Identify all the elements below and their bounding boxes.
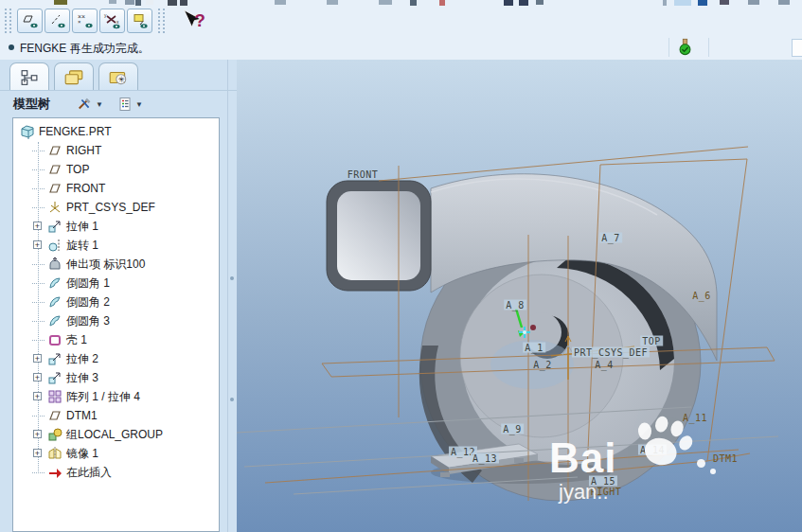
tree-display-options-button[interactable]: ▼	[116, 97, 143, 112]
expand-toggle[interactable]: +	[33, 373, 42, 381]
datum-label[interactable]: A_2	[533, 360, 552, 370]
tree-item[interactable]: FENGKE.PRT	[13, 122, 219, 141]
insert-here-icon	[47, 465, 62, 480]
svg-text:✳: ✳	[118, 75, 125, 84]
tree-connector-stub	[32, 141, 45, 160]
expand-toggle[interactable]: +	[33, 449, 42, 457]
tree-connector-stub	[32, 330, 45, 349]
tree-item-label: RIGHT	[66, 144, 101, 157]
tree-item[interactable]: +旋转 1	[13, 236, 219, 255]
expand-toggle[interactable]: +	[33, 392, 42, 400]
tree-item-label: 倒圆角 3	[66, 313, 110, 329]
folders-icon	[63, 69, 84, 86]
datum-label[interactable]: A_8	[504, 300, 526, 310]
tree-item[interactable]: 倒圆角 3	[13, 311, 219, 330]
datum-label[interactable]: PRT_CSYS_DEF	[572, 347, 650, 358]
tree-item[interactable]: 倒圆角 2	[13, 293, 219, 311]
datum-label[interactable]: RIGHT	[591, 487, 622, 497]
datum-label[interactable]: A_6	[692, 291, 711, 301]
folder-browser-tab[interactable]	[54, 62, 94, 91]
datum-label[interactable]: FRONT	[348, 169, 379, 180]
csys-eye-icon: yx	[103, 12, 122, 29]
svg-text:×: ×	[78, 19, 81, 25]
tree-item[interactable]: 壳 1	[13, 330, 219, 349]
tree-item-label: 壳 1	[66, 332, 87, 348]
tree-item-label: 在此插入	[66, 465, 112, 481]
tree-item[interactable]: RIGHT	[13, 141, 219, 160]
tree-item[interactable]: +组LOCAL_GROUP	[13, 425, 219, 444]
expand-slot: +	[32, 425, 45, 444]
splitter-dot	[230, 398, 234, 401]
tree-item-label: 旋转 1	[66, 238, 98, 254]
panel-splitter[interactable]	[220, 60, 237, 532]
toolbar-grip[interactable]	[5, 9, 11, 33]
mirror-icon	[47, 446, 62, 461]
csys-display-button[interactable]: yx	[99, 9, 125, 33]
model-tree-tab[interactable]	[9, 62, 49, 91]
datum-plane-display-button[interactable]	[17, 9, 43, 33]
datum-label[interactable]: DTM1	[713, 453, 738, 464]
clipped-icon-fragment	[379, 0, 392, 5]
tree-item[interactable]: +拉伸 1	[13, 217, 219, 236]
datum-label[interactable]: A_15	[589, 476, 617, 487]
expand-toggle[interactable]: +	[33, 430, 42, 438]
navigator-tabs: ✳	[9, 62, 143, 91]
tree-item[interactable]: DTM1	[13, 406, 219, 425]
tree-settings-button[interactable]: ▼	[77, 97, 103, 112]
graphics-area[interactable]: FRONTA_7A_6A_8TOPA_1PRT_CSYS_DEFA_2A_4A_…	[237, 60, 802, 532]
tree-item-label: 拉伸 1	[66, 219, 98, 235]
tree-item[interactable]: +拉伸 3	[13, 368, 219, 387]
plane-icon	[47, 408, 62, 423]
navigator-panel: ✳ 模型树 ▼ ▼ FENGKE.PRTRIGHTTOPFRONTPRT_CSY…	[0, 60, 237, 532]
tree-item[interactable]: FRONT	[13, 179, 219, 198]
tree-item[interactable]: +拉伸 2	[13, 349, 219, 368]
axis-eye-icon	[48, 12, 67, 29]
datum-label[interactable]: A_11	[683, 413, 707, 423]
clipped-icon-fragment	[275, 0, 286, 5]
point-display-button[interactable]: ×××	[72, 9, 98, 33]
datum-axis-display-button[interactable]	[45, 9, 70, 33]
favorites-tab[interactable]: ✳	[98, 62, 138, 91]
expand-slot: +	[32, 387, 45, 406]
expand-toggle[interactable]: +	[33, 240, 42, 249]
expand-toggle[interactable]: +	[33, 354, 42, 363]
tree-item[interactable]: 倒圆角 1	[13, 274, 219, 293]
clipped-icon-fragment	[146, 0, 153, 5]
tree-item-label: FENGKE.PRT	[39, 125, 111, 138]
tree-item[interactable]: +阵列 1 / 拉伸 4	[13, 387, 219, 406]
datum-label[interactable]: A_1	[523, 343, 545, 353]
tree-connector-stub	[32, 293, 45, 311]
toolbar-grip-2[interactable]	[158, 9, 165, 33]
tree-item[interactable]: 在此插入	[13, 463, 219, 482]
svg-text:y: y	[104, 12, 107, 18]
datum-toggle-group: ×××yx	[16, 9, 153, 33]
plane-icon	[47, 143, 62, 158]
expand-toggle[interactable]: +	[33, 222, 42, 230]
pattern-icon	[47, 389, 62, 404]
annotation-display-button[interactable]	[127, 9, 152, 33]
datum-label[interactable]: A_4	[595, 360, 614, 370]
part-icon	[20, 124, 35, 139]
tree-item-label: PRT_CSYS_DEF	[66, 201, 155, 214]
list-page-icon	[116, 97, 134, 112]
tree-item[interactable]: 伸出项 标识100	[13, 255, 219, 274]
extrude-icon	[47, 219, 62, 234]
round-icon	[47, 313, 62, 328]
clipped-icon-fragment	[109, 0, 116, 4]
context-help-button[interactable]: ?	[179, 9, 207, 33]
tree-item[interactable]: +镜像 1	[13, 444, 219, 463]
datum-label[interactable]: A_9	[501, 424, 524, 434]
tree-connector-stub	[32, 311, 45, 330]
tree-item-label: 倒圆角 2	[66, 294, 110, 310]
tree-item-label: 拉伸 3	[66, 370, 98, 386]
context-help-cursor-icon: ?	[179, 8, 207, 33]
datum-label[interactable]: A_7	[599, 233, 622, 243]
datum-label[interactable]: A_14	[638, 445, 667, 455]
tree-item[interactable]: TOP	[13, 160, 219, 179]
expand-slot: +	[32, 349, 45, 368]
datum-label[interactable]: TOP	[640, 336, 663, 346]
tree-item-label: 倒圆角 1	[66, 275, 110, 292]
datum-display-toolbar: ×××yx ?	[0, 6, 802, 36]
datum-label[interactable]: A_13	[471, 453, 499, 464]
tree-item[interactable]: PRT_CSYS_DEF	[13, 198, 219, 217]
